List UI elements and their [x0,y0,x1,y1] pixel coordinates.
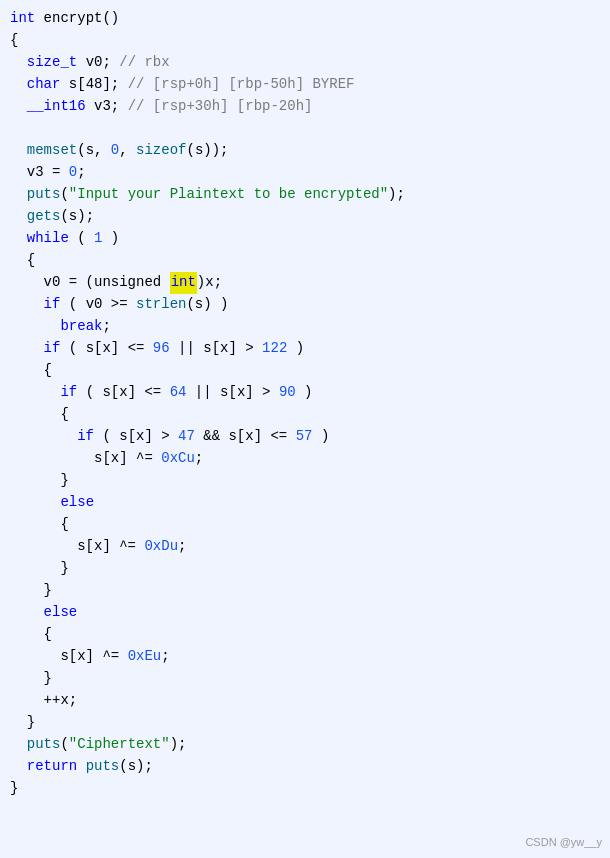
keyword-int: int [10,8,35,30]
num-0: 0 [111,140,119,162]
line-gets: gets(s); [0,206,610,228]
line-v3-assign: v3 = 0; [0,162,610,184]
line-if-47-57: if ( s[x] > 47 && s[x] <= 57 ) [0,426,610,448]
num-96: 96 [153,338,170,360]
line-v0-assign: v0 = (unsigned int)x; [0,272,610,294]
line-xor-0xDu: s[x] ^= 0xDu; [0,536,610,558]
keyword-if-strlen: if [44,294,61,316]
hex-0xDu: 0xDu [144,536,178,558]
hex-0xCu: 0xCu [161,448,195,470]
fn-sizeof: sizeof [136,140,186,162]
line-if-strlen: if ( v0 >= strlen(s) ) [0,294,610,316]
keyword-while: while [27,228,69,250]
highlight-int: int [170,272,197,294]
keyword-size_t: size_t [27,52,77,74]
fn-puts: puts [27,184,61,206]
line-3: size_t v0; // rbx [0,52,610,74]
line-open-else2: { [0,624,610,646]
fn-memset: memset [27,140,77,162]
num-1: 1 [94,228,102,250]
line-close-main: } [0,778,610,800]
str-input: "Input your Plaintext to be encrypted" [69,184,388,206]
num-64: 64 [170,382,187,404]
line-xor-0xEu: s[x] ^= 0xEu; [0,646,610,668]
num-0-v3: 0 [69,162,77,184]
keyword-else1: else [60,492,94,514]
line-close-if1: } [0,580,610,602]
line-puts-input: puts("Input your Plaintext to be encrypt… [0,184,610,206]
line-1: int encrypt() [0,8,610,30]
line-xor-0xCu: s[x] ^= 0xCu; [0,448,610,470]
line-inc-x: ++x; [0,690,610,712]
comment-v3: // [rsp+30h] [rbp-20h] [128,96,313,118]
comment-s: // [rsp+0h] [rbp-50h] BYREF [128,74,355,96]
line-open-while: { [0,250,610,272]
line-close-else1: } [0,558,610,580]
keyword-return: return [27,756,77,778]
comment-rbx: // rbx [119,52,169,74]
num-47: 47 [178,426,195,448]
line-close-while: } [0,712,610,734]
line-close-inner: } [0,470,610,492]
keyword-char: char [27,74,61,96]
watermark: CSDN @yw__y [525,834,602,852]
keyword-if-96: if [44,338,61,360]
num-90: 90 [279,382,296,404]
line-if-64-90: if ( s[x] <= 64 || s[x] > 90 ) [0,382,610,404]
line-blank [0,118,610,140]
line-open-else1: { [0,514,610,536]
keyword-if-47: if [77,426,94,448]
line-4: char s[48]; // [rsp+0h] [rbp-50h] BYREF [0,74,610,96]
line-return: return puts(s); [0,756,610,778]
num-122: 122 [262,338,287,360]
fn-gets: gets [27,206,61,228]
hex-0xEu: 0xEu [128,646,162,668]
line-open-if1: { [0,360,610,382]
line-open-if2: { [0,404,610,426]
fn-puts-cipher: puts [27,734,61,756]
line-2: { [0,30,610,52]
line-memset: memset(s, 0, sizeof(s)); [0,140,610,162]
keyword-if-64: if [60,382,77,404]
line-else2: else [0,602,610,624]
line-puts-cipher: puts("Ciphertext"); [0,734,610,756]
fn-puts-return: puts [86,756,120,778]
code-block: int encrypt() { size_t v0; // rbx char s… [0,0,610,858]
line-close-else2: } [0,668,610,690]
fn-strlen: strlen [136,294,186,316]
keyword-int16: __int16 [27,96,86,118]
line-while: while ( 1 ) [0,228,610,250]
str-cipher: "Ciphertext" [69,734,170,756]
line-if-96-122: if ( s[x] <= 96 || s[x] > 122 ) [0,338,610,360]
keyword-else2: else [44,602,78,624]
line-5: __int16 v3; // [rsp+30h] [rbp-20h] [0,96,610,118]
line-else1: else [0,492,610,514]
line-break: break; [0,316,610,338]
keyword-break: break [60,316,102,338]
num-57: 57 [296,426,313,448]
